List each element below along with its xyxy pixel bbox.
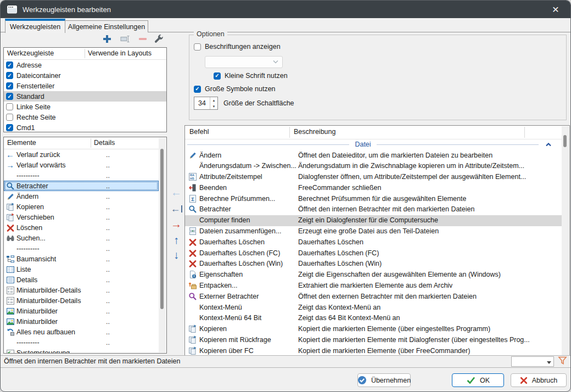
toolbar-list-item[interactable]: Rechte Seite bbox=[4, 112, 166, 122]
element-item-label: Miniaturbilder bbox=[16, 307, 58, 315]
element-list-item[interactable]: Betrachter.. bbox=[4, 181, 159, 191]
show-captions-checkbox[interactable]: Beschriftungen anzeigen bbox=[194, 43, 281, 51]
command-row[interactable]: Kontext-MenüZeigt das Kontext-Menü an bbox=[185, 302, 562, 313]
element-list-item[interactable]: Suchen..... bbox=[4, 233, 159, 243]
command-row[interactable]: Dauerhaftes Löschen (FC)Dauerhaftes Lösc… bbox=[185, 248, 562, 259]
close-icon[interactable]: × bbox=[548, 2, 563, 16]
element-item-label: Alles neu aufbauen bbox=[16, 328, 75, 336]
command-name: Computer finden bbox=[199, 216, 250, 224]
element-list-item[interactable]: Baumansicht.. bbox=[4, 254, 159, 264]
command-row[interactable]: Computer findenZeigt ein Dialogfenster f… bbox=[185, 215, 562, 226]
toolbar-item-checkbox[interactable] bbox=[6, 103, 13, 110]
caption-position-combobox[interactable] bbox=[205, 56, 283, 68]
move-right-button[interactable]: → bbox=[169, 218, 184, 230]
scrollbar-thumb[interactable] bbox=[160, 149, 164, 309]
command-row[interactable]: RAHSAttribute/ZeitstempelDialogfenster ö… bbox=[185, 172, 562, 183]
commands-scrollbar[interactable] bbox=[562, 126, 569, 355]
toolbar-list-item[interactable]: Dateicontainer bbox=[4, 70, 166, 81]
toolbar-item-checkbox[interactable] bbox=[6, 82, 13, 89]
element-list-item[interactable]: ←Verlauf zurück.. bbox=[4, 149, 159, 160]
remove-toolbar-button[interactable] bbox=[137, 33, 149, 46]
group-row-datei[interactable]: Datei bbox=[187, 139, 552, 150]
element-list-item[interactable]: Ändern.. bbox=[4, 191, 159, 201]
command-row[interactable]: Dateien zusammenfügen...Erzeugt eine gro… bbox=[185, 226, 562, 237]
filter-combobox[interactable] bbox=[511, 356, 554, 367]
move-left-bar-button[interactable]: ← bbox=[169, 203, 184, 215]
checkbox[interactable] bbox=[194, 43, 201, 51]
none-icon bbox=[188, 161, 197, 171]
element-list-item[interactable]: Liste.. bbox=[4, 264, 159, 275]
command-row[interactable]: KopierenKopiert die markierten Elemente … bbox=[185, 324, 562, 335]
command-row[interactable]: ÄndernÖffnet den Dateieditor, um die mar… bbox=[185, 150, 562, 161]
element-list-item[interactable]: →Verlauf vorwärts.. bbox=[4, 160, 159, 170]
add-toolbar-button[interactable] bbox=[101, 33, 113, 46]
command-row[interactable]: Kontext-Menü 64 BitZeigt das 64 Bit Kont… bbox=[185, 313, 562, 324]
column-befehl[interactable]: Befehl bbox=[189, 128, 209, 136]
spinner-down-icon[interactable]: ▼ bbox=[210, 103, 217, 109]
move-icon bbox=[5, 213, 15, 222]
apply-check-icon bbox=[357, 376, 367, 385]
move-left-button[interactable]: ← bbox=[169, 186, 184, 198]
element-item-details: .. bbox=[106, 276, 110, 284]
rename-toolbar-button[interactable] bbox=[119, 33, 131, 46]
toolbar-item-checkbox[interactable] bbox=[6, 93, 13, 100]
command-row[interactable]: Entpacken...Extrahiert die markierten El… bbox=[185, 281, 562, 292]
element-item-label: Verlauf vorwärts bbox=[16, 161, 66, 169]
element-list-item[interactable]: Miniaturbilder-Details.. bbox=[4, 285, 159, 295]
command-row[interactable]: Externer BetrachterÖffnet den externen B… bbox=[185, 291, 562, 302]
titlebar[interactable]: Werkzeugleisten bearbeiten × bbox=[1, 1, 570, 18]
element-list-item[interactable]: Kopieren.. bbox=[4, 201, 159, 212]
tab-allgemeine-einstellungen[interactable]: Allgemeine Einstellungen bbox=[65, 20, 148, 32]
command-row[interactable]: BetrachterÖffnet den internen Betrachter… bbox=[185, 204, 562, 215]
element-list-item[interactable]: ----------.. bbox=[4, 243, 159, 254]
element-list-item[interactable]: Verschieben.. bbox=[4, 212, 159, 222]
scrollbar-thumb[interactable] bbox=[563, 135, 567, 147]
elements-scrollbar[interactable] bbox=[159, 138, 166, 352]
small-font-checkbox[interactable]: Kleine Schrift nutzen bbox=[214, 72, 288, 80]
element-list-item[interactable]: Miniaturbilder-Details.. bbox=[4, 295, 159, 306]
command-row[interactable]: Dauerhaftes Löschen (Win)Dauerhaftes Lös… bbox=[185, 259, 562, 270]
copy-icon bbox=[188, 324, 197, 334]
element-list-item[interactable]: ----------.. bbox=[4, 337, 159, 348]
toolbar-item-checkbox[interactable] bbox=[6, 61, 13, 69]
checkbox[interactable] bbox=[194, 86, 201, 93]
toolbar-list-item[interactable]: Linke Seite bbox=[4, 102, 166, 112]
filter-button[interactable] bbox=[556, 356, 569, 367]
spinner-up-icon[interactable]: ▲ bbox=[210, 97, 217, 103]
command-row[interactable]: Dauerhaftes LöschenDauerhaftes Löschen bbox=[185, 237, 562, 248]
move-down-button[interactable]: ↓ bbox=[169, 249, 184, 261]
cancel-button[interactable]: Abbruch bbox=[511, 373, 567, 387]
command-description: Änderungsdatum in die Zwischnablage kopi… bbox=[298, 162, 524, 170]
group-line bbox=[377, 144, 539, 145]
collapse-chevron-icon[interactable] bbox=[545, 142, 552, 147]
command-row[interactable]: Änderungsdatum -> Zwischen...Änderungsda… bbox=[185, 161, 562, 172]
tab-werkzeugleisten[interactable]: Werkzeugleisten bbox=[5, 19, 65, 33]
toolbar-list-item[interactable]: Cmd1 bbox=[4, 122, 166, 132]
element-list-item[interactable]: Systemsteuerung bbox=[4, 348, 159, 354]
toolbar-list-item[interactable]: Adresse bbox=[4, 60, 166, 70]
command-row[interactable]: BeendenFreeCommander schließen bbox=[185, 182, 562, 193]
toolbar-item-checkbox[interactable] bbox=[6, 72, 13, 79]
checkbox[interactable] bbox=[214, 72, 221, 80]
apply-button[interactable]: Übernehmen bbox=[357, 373, 411, 387]
element-list-item[interactable]: Miniaturbilder.. bbox=[4, 306, 159, 316]
button-size-spinner[interactable]: 34 ▲ ▼ bbox=[194, 97, 218, 110]
command-row[interactable]: Kopieren mit RückfrageKopiert die markie… bbox=[185, 335, 562, 346]
element-item-label: Miniaturbilder bbox=[16, 318, 58, 326]
element-list-item[interactable]: Details.. bbox=[4, 275, 159, 285]
toolbar-item-checkbox[interactable] bbox=[6, 114, 13, 121]
toolbar-list-item[interactable]: Fensterteiler bbox=[4, 81, 166, 91]
column-beschreibung[interactable]: Beschreibung bbox=[294, 128, 335, 136]
command-row[interactable]: ΣBerechne Prüfsummen...Berechnet Prüfsum… bbox=[185, 193, 562, 204]
toolbar-item-checkbox[interactable] bbox=[6, 124, 13, 131]
configure-toolbar-button[interactable] bbox=[153, 33, 165, 46]
move-up-button[interactable]: ↑ bbox=[169, 234, 184, 246]
element-list-item[interactable]: Löschen.. bbox=[4, 222, 159, 233]
element-list-item[interactable]: Miniaturbilder.. bbox=[4, 316, 159, 327]
ok-button[interactable]: OK bbox=[452, 373, 504, 387]
large-icons-checkbox[interactable]: Große Symbole nutzen bbox=[194, 85, 276, 93]
element-list-item[interactable]: Alles neu aufbauen.. bbox=[4, 327, 159, 337]
element-list-item[interactable]: ----------.. bbox=[4, 170, 159, 181]
toolbar-list-item[interactable]: Standard bbox=[4, 91, 166, 102]
command-row[interactable]: iEigenschaftenZeigt die Eigenschaften de… bbox=[185, 270, 562, 281]
